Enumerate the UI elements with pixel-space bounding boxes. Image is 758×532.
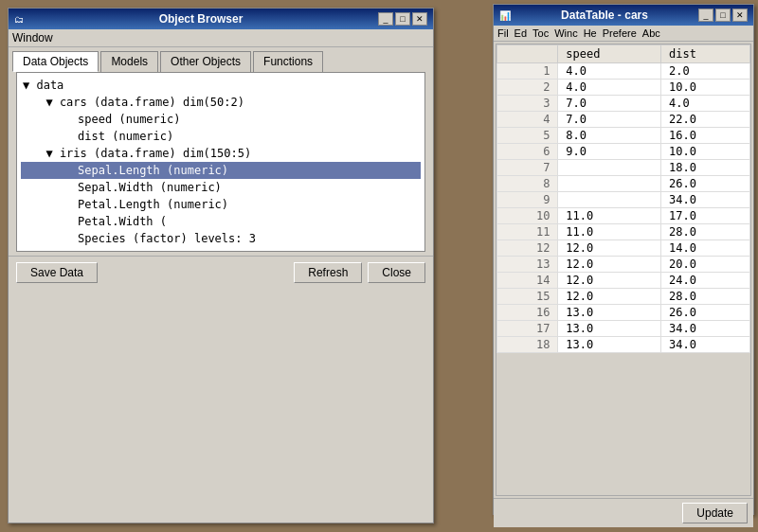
cell-dist: 26.0	[661, 176, 750, 192]
tree-item-iris[interactable]: ▼ iris (data.frame) dim(150:5)	[21, 145, 421, 162]
tree-item-petal-width[interactable]: Petal.Width (	[21, 213, 421, 230]
dt-menu-fil[interactable]: Fil	[497, 27, 509, 39]
cell-dist: 2.0	[661, 63, 750, 80]
datatable-titlebar: 📊 DataTable - cars _ □ ✕	[494, 5, 753, 26]
cell-index: 9	[497, 192, 558, 208]
cell-index: 8	[497, 176, 558, 192]
object-browser-titlebar: 🗂 Object Browser _ □ ✕	[9, 9, 433, 29]
datatable-title-icon: 📊	[499, 10, 511, 21]
dt-menu-toc[interactable]: Toc	[532, 27, 549, 39]
cell-index: 3	[497, 96, 558, 112]
table-row: 37.04.0	[497, 96, 750, 112]
dt-maximize-button[interactable]: □	[715, 9, 731, 22]
cell-speed: 9.0	[558, 144, 661, 160]
window-menu[interactable]: Window	[12, 31, 53, 44]
cell-speed: 4.0	[558, 63, 661, 80]
cell-speed: 12.0	[558, 273, 661, 289]
tab-other-objects[interactable]: Other Objects	[160, 51, 251, 72]
cell-index: 1	[497, 63, 558, 80]
table-row: 1512.028.0	[497, 289, 750, 305]
tree-item-petal-length[interactable]: Petal.Length (numeric)	[21, 196, 421, 213]
main-area: ▼ data ▼ cars (data.frame) dim(50:2) spe…	[9, 72, 433, 256]
refresh-button[interactable]: Refresh	[294, 262, 362, 283]
tree-item-dist[interactable]: dist (numeric)	[21, 128, 421, 145]
table-header-row: speed dist	[497, 45, 750, 63]
table-row: 718.0	[497, 160, 750, 176]
col-header-speed: speed	[558, 45, 661, 63]
maximize-button[interactable]: □	[395, 12, 410, 26]
cell-index: 13	[497, 257, 558, 273]
tree-item-cars[interactable]: ▼ cars (data.frame) dim(50:2)	[21, 94, 421, 111]
table-row: 1011.017.0	[497, 208, 750, 224]
cell-index: 6	[497, 144, 558, 160]
cell-index: 5	[497, 128, 558, 144]
cell-index: 7	[497, 160, 558, 176]
object-browser-title: Object Browser	[24, 12, 378, 26]
cell-index: 18	[497, 337, 558, 353]
cell-speed: 4.0	[558, 80, 661, 96]
datatable-title: DataTable - cars	[511, 9, 698, 22]
tabs-row: Data Objects Models Other Objects Functi…	[9, 47, 433, 72]
table-row: 1613.026.0	[497, 305, 750, 321]
save-data-button[interactable]: Save Data	[16, 262, 98, 283]
object-browser-menubar[interactable]: Window	[9, 29, 433, 47]
cell-dist: 10.0	[661, 144, 750, 160]
cell-speed: 11.0	[558, 224, 661, 240]
datatable-content: speed dist 14.02.024.010.037.04.047.022.…	[494, 42, 753, 498]
cell-dist: 4.0	[661, 96, 750, 112]
cell-dist: 14.0	[661, 240, 750, 257]
tree-item-sepal-width[interactable]: Sepal.Width (numeric)	[21, 179, 421, 196]
cell-speed: 12.0	[558, 289, 661, 305]
cell-dist: 28.0	[661, 289, 750, 305]
table-row: 1713.034.0	[497, 321, 750, 337]
minimize-button[interactable]: _	[378, 12, 393, 26]
cell-index: 16	[497, 305, 558, 321]
col-header-index	[497, 45, 558, 63]
tree-item-sepal-length[interactable]: Sepal.Length (numeric)	[21, 162, 421, 179]
cell-speed: 12.0	[558, 240, 661, 257]
tab-models[interactable]: Models	[100, 51, 158, 72]
object-browser-window: 🗂 Object Browser _ □ ✕ Window Data Objec…	[8, 8, 434, 523]
dt-menu-he[interactable]: He	[584, 27, 597, 39]
datatable-table: speed dist 14.02.024.010.037.04.047.022.…	[496, 44, 750, 353]
datatable-bottom: Update	[494, 498, 753, 527]
cell-index: 14	[497, 273, 558, 289]
cell-index: 11	[497, 224, 558, 240]
cell-index: 4	[497, 112, 558, 128]
cell-index: 10	[497, 208, 558, 224]
col-header-dist: dist	[661, 45, 750, 63]
dt-menu-ed[interactable]: Ed	[514, 27, 527, 39]
close-window-button[interactable]: ✕	[412, 12, 427, 26]
table-row: 934.0	[497, 192, 750, 208]
dt-menu-abc[interactable]: Abc	[642, 27, 660, 39]
tree-item-speed[interactable]: speed (numeric)	[21, 111, 421, 128]
cell-dist: 34.0	[661, 337, 750, 353]
cell-dist: 34.0	[661, 321, 750, 337]
tab-data-objects[interactable]: Data Objects	[12, 51, 99, 72]
tree-content-area: ▼ data ▼ cars (data.frame) dim(50:2) spe…	[16, 72, 425, 252]
cell-dist: 10.0	[661, 80, 750, 96]
cell-index: 15	[497, 289, 558, 305]
bottom-buttons: Save Data Refresh Close	[9, 256, 433, 289]
tree-view[interactable]: ▼ data ▼ cars (data.frame) dim(50:2) spe…	[17, 73, 424, 251]
cell-speed: 13.0	[558, 321, 661, 337]
dt-minimize-button[interactable]: _	[698, 9, 713, 22]
tab-functions[interactable]: Functions	[253, 51, 323, 72]
cell-dist: 34.0	[661, 192, 750, 208]
cell-dist: 26.0	[661, 305, 750, 321]
table-row: 1312.020.0	[497, 257, 750, 273]
dt-menu-prefere[interactable]: Prefere	[603, 27, 637, 39]
dt-menu-winc[interactable]: Winc	[554, 27, 577, 39]
update-button[interactable]: Update	[682, 503, 748, 523]
tree-item-data[interactable]: ▼ data	[21, 77, 421, 94]
cell-speed: 11.0	[558, 208, 661, 224]
cell-speed	[558, 176, 661, 192]
table-row: 69.010.0	[497, 144, 750, 160]
cell-index: 12	[497, 240, 558, 257]
table-row: 24.010.0	[497, 80, 750, 96]
cell-speed: 7.0	[558, 96, 661, 112]
dt-close-button[interactable]: ✕	[732, 9, 748, 22]
table-row: 14.02.0	[497, 63, 750, 80]
close-button[interactable]: Close	[368, 262, 425, 283]
tree-item-species[interactable]: Species (factor) levels: 3	[21, 230, 421, 247]
